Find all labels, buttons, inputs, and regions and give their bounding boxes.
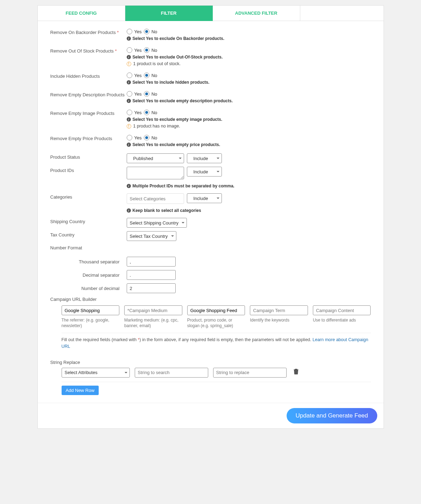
tab-filter[interactable]: FILTER (125, 6, 213, 21)
campaign-col-name: Product, promo code, or slogan (e.g. spr… (187, 305, 245, 329)
shipping-country-wrap: Select Shipping Country (127, 218, 187, 228)
radio-yes-label: Yes (134, 110, 142, 115)
help-text: Select Yes to include hidden products. (133, 80, 210, 85)
radio-no-label: No (152, 48, 157, 53)
campaign-source-input[interactable] (62, 305, 120, 315)
help-empty-img: i Select Yes to exclude empty image prod… (127, 117, 371, 122)
row-decimal-sep: Decimal separator (50, 270, 371, 280)
radio-yes-label: Yes (134, 73, 142, 78)
product-ids-mode-wrap: Include (187, 167, 222, 177)
radio-no-label: No (152, 135, 157, 140)
product-ids-mode-select[interactable]: Include (187, 167, 222, 177)
radio-empty-price-no[interactable] (144, 135, 149, 140)
tabs: FEED CONFIG FILTER ADVANCED FILTER (38, 6, 384, 21)
campaign-name-hint: Product, promo code, or slogan (e.g. spr… (187, 317, 245, 329)
field-shipping-country: Select Shipping Country (127, 218, 371, 228)
tax-country-select[interactable]: Select Tax Country (127, 231, 176, 241)
radio-yes-label: Yes (134, 135, 142, 140)
label-categories: Categories (50, 193, 127, 200)
radio-no-label: No (152, 29, 157, 34)
campaign-name-input[interactable] (187, 305, 245, 315)
help-text: Select Yes to exclude empty description … (133, 98, 233, 103)
field-categories: Include i Keep blank to select all categ… (127, 193, 371, 213)
campaign-medium-input[interactable] (124, 305, 182, 315)
radio-oos-no[interactable] (144, 47, 149, 53)
campaign-grid: The referrer: (e.g. google, newsletter) … (50, 305, 371, 329)
radio-backorder-yes[interactable] (127, 29, 132, 34)
row-oos: Remove Out Of Stock Products * Yes No i … (50, 47, 371, 66)
radio-yes-label: Yes (134, 29, 142, 34)
product-ids-textarea[interactable] (127, 167, 184, 179)
divider (62, 382, 371, 382)
info-icon: i (127, 117, 131, 122)
radio-empty-price-yes[interactable] (127, 135, 132, 140)
categories-mode-select[interactable]: Include (187, 193, 222, 203)
label-empty-price: Remove Empty Price Products (50, 135, 127, 141)
campaign-title: Campaign URL Builder (50, 297, 371, 302)
decimal-count-input[interactable] (127, 283, 176, 293)
campaign-content-input[interactable] (313, 305, 371, 315)
radio-empty-desc-no[interactable] (144, 91, 149, 97)
radio-backorder-no[interactable] (144, 29, 149, 34)
warn-empty-img: ! 1 product has no image. (127, 124, 371, 129)
help-hidden: i Select Yes to include hidden products. (127, 80, 371, 85)
warning-icon: ! (127, 124, 131, 129)
thousand-sep-input[interactable] (127, 257, 176, 267)
warn-text: 1 product is out of stock. (133, 61, 181, 66)
info-icon: i (127, 184, 131, 188)
row-backorder: Remove On Backorder Products * Yes No i … (50, 29, 371, 41)
help-text: Keep blank to select all categories (133, 208, 201, 213)
product-status-select-wrap: Published (127, 153, 184, 163)
sr-replace-input[interactable] (213, 368, 287, 378)
number-format-title: Number Format (50, 245, 371, 250)
radio-empty-desc-yes[interactable] (127, 91, 132, 97)
row-empty-price: Remove Empty Price Products Yes No i Sel… (50, 135, 371, 147)
radio-yes-label: Yes (134, 48, 142, 53)
decimal-sep-input[interactable] (127, 270, 176, 280)
radio-oos-yes[interactable] (127, 47, 132, 53)
shipping-country-select[interactable]: Select Shipping Country (127, 218, 187, 228)
help-text: Multiple Product IDs must be separated b… (133, 184, 234, 188)
categories-input[interactable] (127, 193, 184, 204)
product-status-mode-select[interactable]: Include (187, 153, 222, 163)
info-icon: i (127, 36, 131, 41)
label-thousand-sep: Thousand separator (50, 259, 127, 264)
campaign-source-hint: The referrer: (e.g. google, newsletter) (62, 317, 120, 329)
required-asterisk: * (115, 48, 117, 54)
sr-attribute-select[interactable]: Select Attributes (62, 368, 130, 378)
radio-hidden-yes[interactable] (127, 73, 132, 78)
trash-icon[interactable] (294, 369, 299, 376)
row-empty-img: Remove Empty Image Products Yes No i Sel… (50, 110, 371, 129)
help-text: Select Yes to exclude empty image produc… (133, 117, 223, 122)
radio-no-label: No (152, 110, 157, 115)
help-backorder: i Select Yes to exclude On Backorder pro… (127, 36, 371, 41)
tax-country-wrap: Select Tax Country (127, 231, 176, 241)
field-backorder: Yes No i Select Yes to exclude On Backor… (127, 29, 371, 41)
info-icon: i (127, 208, 131, 213)
row-categories: Categories Include i Keep blank to selec… (50, 193, 371, 213)
product-status-select[interactable]: Published (127, 153, 184, 163)
info-icon: i (127, 80, 131, 84)
radio-empty-img-yes[interactable] (127, 110, 132, 115)
radio-hidden-no[interactable] (144, 73, 149, 78)
note-after: ) in the form above, if any required fie… (140, 337, 313, 342)
field-product-status: Published Include (127, 153, 371, 163)
update-generate-feed-button[interactable]: Update and Generate Feed (287, 408, 377, 423)
label-text: Remove Out Of Stock Products (50, 48, 114, 54)
add-new-row-button[interactable]: Add New Row (62, 386, 99, 395)
campaign-note: Fill out the required fields (marked wit… (50, 337, 371, 350)
radio-no-label: No (152, 73, 157, 78)
radio-group-hidden: Yes No (127, 73, 371, 78)
label-empty-desc: Remove Empty Description Products (50, 91, 127, 97)
radio-empty-img-no[interactable] (144, 110, 149, 115)
campaign-col-medium: Marketing medium: (e.g. cpc, banner, ema… (124, 305, 182, 329)
string-replace-title: String Replace (50, 360, 371, 365)
tab-advanced-filter[interactable]: ADVANCED FILTER (213, 6, 300, 21)
help-empty-price: i Select Yes to exclude empty price prod… (127, 142, 371, 147)
radio-group-empty-desc: Yes No (127, 91, 371, 97)
campaign-col-source: The referrer: (e.g. google, newsletter) (62, 305, 120, 329)
campaign-term-input[interactable] (250, 305, 308, 315)
sr-search-input[interactable] (135, 368, 208, 378)
tab-feed-config[interactable]: FEED CONFIG (38, 6, 125, 21)
label-product-ids: Product IDs (50, 167, 127, 173)
